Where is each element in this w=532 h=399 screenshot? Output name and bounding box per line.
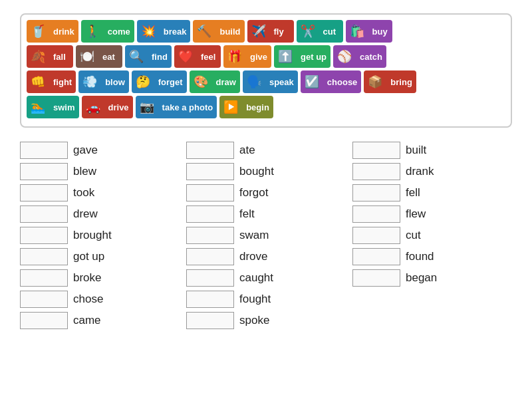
answer-word: drove <box>239 250 268 263</box>
verb-card-icon: ✈️ <box>247 20 270 43</box>
verb-card-swim[interactable]: 🏊swim <box>27 96 79 118</box>
answer-input-box[interactable] <box>20 312 68 329</box>
answer-input-box[interactable] <box>20 163 68 180</box>
answer-input-box[interactable] <box>186 227 234 244</box>
answer-input-box[interactable] <box>186 248 234 265</box>
verb-card-label: build <box>215 27 244 37</box>
answer-word: built <box>406 144 426 157</box>
answer-item: fought <box>186 289 346 310</box>
answer-input-box[interactable] <box>186 163 234 180</box>
answer-input-box[interactable] <box>352 163 400 180</box>
verb-card-drive[interactable]: 🚗drive <box>82 96 133 118</box>
verb-card-icon: 🚗 <box>82 96 104 118</box>
answer-input-box[interactable] <box>20 269 68 287</box>
verb-card-begin[interactable]: ▶️begin <box>219 96 273 118</box>
verb-card-feel[interactable]: ❤️feel <box>174 45 221 68</box>
verb-card-label: swim <box>49 102 79 112</box>
verb-card-icon: 🔨 <box>193 20 215 43</box>
verb-card-come[interactable]: 🚶come <box>81 20 134 43</box>
answer-input-box[interactable] <box>186 291 234 308</box>
verb-row: 👊fight💨blow🤔forget🎨draw🗣️speak☑️choose📦b… <box>27 70 505 93</box>
verb-card-label: draw <box>212 77 240 87</box>
verb-card-break[interactable]: 💥break <box>137 20 191 43</box>
answer-item: took <box>20 182 180 203</box>
answer-input-box[interactable] <box>352 142 400 159</box>
answer-item: began <box>352 267 512 289</box>
answer-input-box[interactable] <box>186 184 234 201</box>
verb-card-icon: 📦 <box>364 70 386 93</box>
answer-item: forgot <box>186 182 346 203</box>
answer-input-box[interactable] <box>20 142 68 159</box>
answer-word: caught <box>239 271 273 285</box>
verb-card-cut[interactable]: ✂️cut <box>297 20 343 43</box>
verb-card-buy[interactable]: 🛍️buy <box>346 20 392 43</box>
verb-card-drink[interactable]: 🥤drink <box>27 20 78 43</box>
answer-col1: gaveblewtookdrewbroughtgot upbrokechosec… <box>20 140 180 331</box>
verb-card-icon: ❤️ <box>174 45 197 68</box>
answer-input-box[interactable] <box>186 142 234 159</box>
answer-input-box[interactable] <box>186 205 234 223</box>
verb-card-blow[interactable]: 💨blow <box>78 70 129 93</box>
answer-item: caught <box>186 267 346 289</box>
answer-input-box[interactable] <box>352 269 400 287</box>
verb-card-draw[interactable]: 🎨draw <box>190 70 240 93</box>
verb-card-icon: 🍽️ <box>76 45 98 68</box>
answer-input-box[interactable] <box>352 248 400 265</box>
answer-input-box[interactable] <box>352 184 400 201</box>
verb-card-icon: ⚾ <box>333 45 356 68</box>
answer-item: cut <box>352 225 512 246</box>
answer-input-box[interactable] <box>20 291 68 308</box>
answer-word: blew <box>73 165 96 178</box>
verb-card-icon: 🛍️ <box>346 20 368 43</box>
answer-item: built <box>352 140 512 161</box>
verb-card-fly[interactable]: ✈️fly <box>247 20 294 43</box>
answer-input-box[interactable] <box>186 312 234 329</box>
answer-col3: builtdrankfellflewcutfoundbegan <box>352 140 512 331</box>
answer-input-box[interactable] <box>352 227 400 244</box>
verb-card-forget[interactable]: 🤔forget <box>132 70 187 93</box>
answer-item: gave <box>20 140 180 161</box>
verb-card-eat[interactable]: 🍽️eat <box>76 45 122 68</box>
answer-item: fell <box>352 182 512 203</box>
answer-word: fought <box>239 293 271 306</box>
verb-card-choose[interactable]: ☑️choose <box>301 70 362 93</box>
answer-item: spoke <box>186 310 346 331</box>
verb-card-label: fight <box>49 77 76 87</box>
answer-input-box[interactable] <box>20 184 68 201</box>
answer-word: flew <box>406 207 426 221</box>
answer-input-box[interactable] <box>20 205 68 223</box>
answer-section: gaveblewtookdrewbroughtgot upbrokechosec… <box>20 140 512 331</box>
answer-word: swam <box>239 229 269 242</box>
verb-card-label: blow <box>101 77 129 87</box>
answer-word: brought <box>73 229 112 242</box>
verb-card-get-up[interactable]: ⬆️get up <box>274 45 331 68</box>
verb-card-give[interactable]: 🎁give <box>223 45 271 68</box>
verb-card-label: eat <box>98 52 119 62</box>
answer-word: forgot <box>239 186 268 200</box>
verb-card-fight[interactable]: 👊fight <box>27 70 76 93</box>
verb-card-label: break <box>160 27 191 37</box>
verb-card-catch[interactable]: ⚾catch <box>333 45 386 68</box>
verb-card-label: feel <box>197 52 219 62</box>
answer-word: gave <box>73 144 98 157</box>
answer-input-box[interactable] <box>186 269 234 287</box>
verb-card-take-a-photo[interactable]: 📷take a photo <box>136 96 217 118</box>
verb-card-icon: 👊 <box>27 70 49 93</box>
verb-card-icon: 🗣️ <box>243 70 265 93</box>
verb-card-find[interactable]: 🔍find <box>125 45 172 68</box>
answer-item: drank <box>352 161 512 182</box>
answer-item: brought <box>20 225 180 246</box>
verb-card-build[interactable]: 🔨build <box>193 20 244 43</box>
verb-card-icon: 🎨 <box>190 70 212 93</box>
answer-word: took <box>73 186 94 200</box>
verb-card-label: forget <box>154 77 187 87</box>
verb-card-bring[interactable]: 📦bring <box>364 70 416 93</box>
answer-input-box[interactable] <box>352 205 400 223</box>
verb-card-fall[interactable]: 🍂fall <box>27 45 73 68</box>
answer-input-box[interactable] <box>20 248 68 265</box>
verb-card-label: drink <box>49 27 78 37</box>
answer-input-box[interactable] <box>20 227 68 244</box>
answer-item: got up <box>20 246 180 267</box>
answer-word: drank <box>406 165 434 178</box>
verb-card-speak[interactable]: 🗣️speak <box>243 70 298 93</box>
